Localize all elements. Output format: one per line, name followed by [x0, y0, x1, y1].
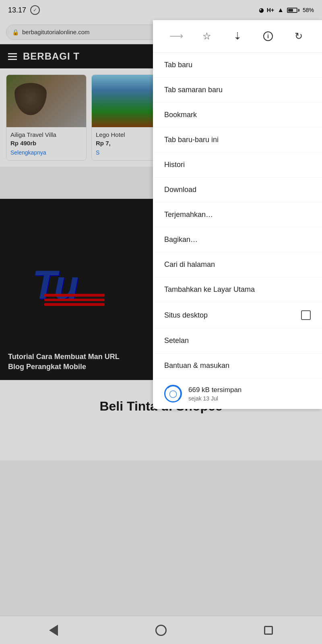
- menu-item-tab-baru[interactable]: Tab baru: [153, 53, 322, 78]
- storage-text: 669 kB tersimpan sejak 13 Jul: [188, 386, 242, 402]
- info-button[interactable]: i: [259, 27, 277, 45]
- forward-icon: ⟶: [169, 31, 183, 42]
- menu-item-download[interactable]: Download: [153, 178, 322, 202]
- situs-desktop-checkbox[interactable]: [301, 310, 311, 320]
- forward-button[interactable]: ⟶: [167, 27, 185, 45]
- storage-item[interactable]: ◯ 669 kB tersimpan sejak 13 Jul: [153, 378, 322, 409]
- download-icon: ⇣: [233, 31, 242, 42]
- refresh-icon: ↻: [295, 31, 303, 42]
- bookmark-button[interactable]: ☆: [198, 27, 216, 45]
- menu-item-cari[interactable]: Cari di halaman: [153, 252, 322, 277]
- storage-icon: ◯: [164, 385, 182, 402]
- storage-gauge-icon: ◯: [169, 389, 177, 398]
- download-toolbar-button[interactable]: ⇣: [229, 27, 246, 45]
- refresh-button[interactable]: ↻: [290, 27, 308, 45]
- menu-item-bantuan[interactable]: Bantuan & masukan: [153, 353, 322, 378]
- menu-item-terjemahkan[interactable]: Terjemahkan…: [153, 202, 322, 227]
- menu-item-bagikan[interactable]: Bagikan…: [153, 227, 322, 252]
- menu-item-histori[interactable]: Histori: [153, 153, 322, 178]
- menu-item-tab-samaran[interactable]: Tab samaran baru: [153, 78, 322, 103]
- menu-item-situs-desktop[interactable]: Situs desktop: [153, 302, 322, 328]
- menu-item-setelan[interactable]: Setelan: [153, 328, 322, 353]
- menu-toolbar: ⟶ ☆ ⇣ i ↻: [153, 20, 322, 53]
- menu-item-tambahkan[interactable]: Tambahkan ke Layar Utama: [153, 277, 322, 302]
- storage-main-text: 669 kB tersimpan: [188, 386, 242, 394]
- menu-item-tab-recent[interactable]: Tab baru-baru ini: [153, 128, 322, 153]
- info-icon: i: [263, 31, 273, 41]
- menu-item-bookmark[interactable]: Bookmark: [153, 103, 322, 128]
- storage-sub-text: sejak 13 Jul: [188, 395, 242, 402]
- overlay-menu: ⟶ ☆ ⇣ i ↻ Tab baru Tab samaran baru Book…: [153, 20, 322, 409]
- star-icon: ☆: [202, 31, 211, 42]
